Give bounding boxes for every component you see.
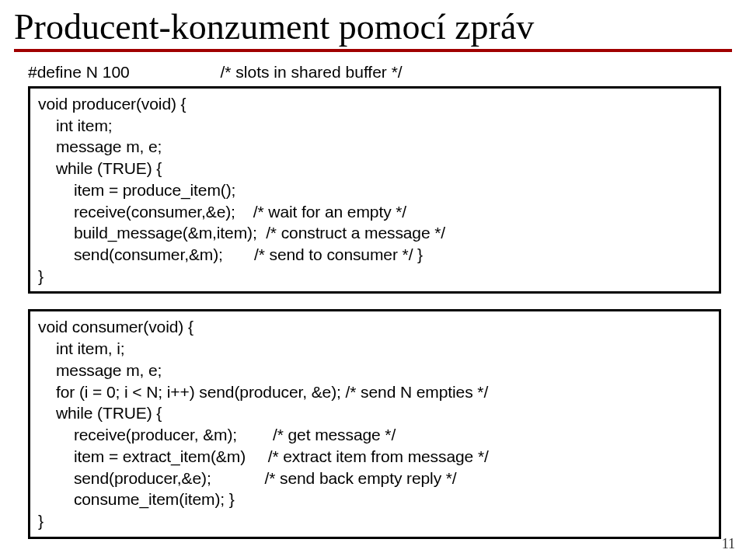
- slide-container: Producent-konzument pomocí zpráv #define…: [0, 0, 746, 560]
- page-number: 11: [722, 536, 735, 552]
- define-line: #define N 100 /* slots in shared buffer …: [28, 63, 732, 82]
- producer-codebox: void producer(void) { int item; message …: [28, 86, 721, 294]
- consumer-codebox: void consumer(void) { int item, i; messa…: [28, 309, 721, 538]
- title-rule: [14, 49, 732, 52]
- slide-title: Producent-konzument pomocí zpráv: [14, 6, 732, 47]
